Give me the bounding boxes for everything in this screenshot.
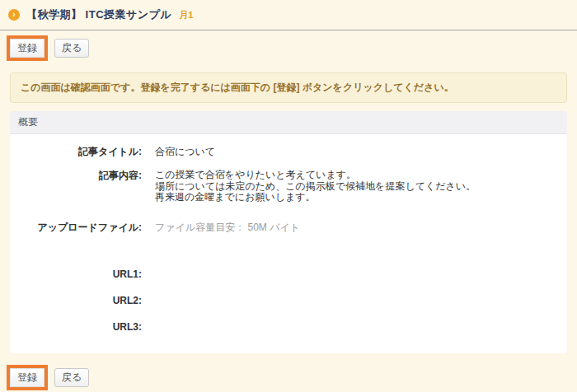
field-label: URL1: <box>10 268 142 281</box>
field-url3: URL3: <box>10 321 567 334</box>
panel-title: 概要 <box>10 111 567 134</box>
register-button-bottom[interactable]: 登録 <box>10 368 45 387</box>
back-button-bottom[interactable]: 戻る <box>54 368 89 387</box>
chevron-right-circle-icon: › <box>8 9 20 21</box>
field-label: 記事タイトル: <box>10 146 142 158</box>
field-label: URL3: <box>10 321 142 334</box>
field-value: この授業で合宿をやりたいと考えています。 場所については未定のため、この掲示板で… <box>155 170 476 203</box>
field-url2: URL2: <box>10 295 567 307</box>
field-value: ファイル容量目安： 50M バイト <box>155 222 300 234</box>
field-label: 記事内容: <box>10 170 142 182</box>
register-button-top[interactable]: 登録 <box>10 39 45 58</box>
article-body-line: 再来週の金曜までにお願いします。 <box>155 192 476 203</box>
back-button-top[interactable]: 戻る <box>54 39 89 58</box>
field-label: アップロードファイル: <box>10 222 142 234</box>
field-upload-file: アップロードファイル: ファイル容量目安： 50M バイト <box>10 222 567 234</box>
page-title: 【秋学期】 ITC授業サンプル <box>26 7 171 22</box>
field-label: URL2: <box>10 295 142 307</box>
field-article-body: 記事内容: この授業で合宿をやりたいと考えています。 場所については未定のため、… <box>10 170 567 203</box>
field-value: 合宿について <box>155 146 215 158</box>
field-url1: URL1: <box>10 268 567 281</box>
summary-panel: 概要 記事タイトル: 合宿について 記事内容: この授業で合宿をやりたいと考えて… <box>10 111 567 353</box>
article-body-line: 場所については未定のため、この掲示板で候補地を提案してください。 <box>155 181 476 193</box>
article-body-line: この授業で合宿をやりたいと考えています。 <box>155 170 476 181</box>
page-header: › 【秋学期】 ITC授業サンプル 月1 <box>0 0 577 30</box>
course-period-badge: 月1 <box>179 9 193 21</box>
bottom-toolbar: 登録 戻る <box>0 365 577 390</box>
top-toolbar: 登録 戻る <box>0 35 577 61</box>
panel-body: 記事タイトル: 合宿について 記事内容: この授業で合宿をやりたいと考えています… <box>10 134 567 353</box>
register-button-highlight-ring: 登録 <box>7 365 48 390</box>
field-article-title: 記事タイトル: 合宿について <box>10 146 567 158</box>
confirmation-notice: この画面は確認画面です。登録を完了するには画面下の [登録] ボタンをクリックし… <box>10 72 567 103</box>
register-button-highlight-ring: 登録 <box>7 35 48 61</box>
